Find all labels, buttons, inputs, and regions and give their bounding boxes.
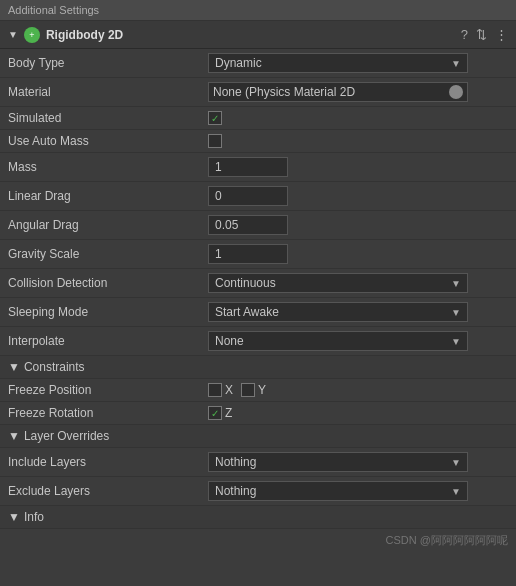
exclude-layers-value[interactable]: Nothing ▼ <box>200 477 516 506</box>
chevron-down-icon: ▼ <box>451 278 461 289</box>
additional-settings-bar: Additional Settings <box>0 0 516 21</box>
simulated-checkbox[interactable]: ✓ <box>208 111 222 125</box>
freeze-y-label: Y <box>258 383 266 397</box>
freeze-rotation-row: Freeze Rotation ✓ Z <box>0 402 516 425</box>
chevron-down-icon: ▼ <box>451 486 461 497</box>
include-layers-dropdown[interactable]: Nothing ▼ <box>208 452 468 472</box>
angular-drag-input[interactable] <box>208 215 288 235</box>
gravity-scale-label: Gravity Scale <box>0 240 200 269</box>
interpolate-row: Interpolate None ▼ <box>0 327 516 356</box>
freeze-position-controls: ✓ X ✓ Y <box>208 383 508 397</box>
chevron-down-icon: ▼ <box>451 58 461 69</box>
simulated-label: Simulated <box>0 107 200 130</box>
freeze-z-checkbox[interactable]: ✓ <box>208 406 222 420</box>
settings-icon[interactable]: ⇅ <box>476 27 487 42</box>
body-type-row: Body Type Dynamic ▼ <box>0 49 516 78</box>
chevron-down-icon: ▼ <box>451 307 461 318</box>
include-layers-label: Include Layers <box>0 448 200 477</box>
material-target-icon <box>449 85 463 99</box>
layer-overrides-section-row[interactable]: ▼ Layer Overrides <box>0 425 516 448</box>
linear-drag-input[interactable] <box>208 186 288 206</box>
help-icon[interactable]: ? <box>461 27 468 42</box>
interpolate-dropdown[interactable]: None ▼ <box>208 331 468 351</box>
mass-input[interactable] <box>208 157 288 177</box>
simulated-value[interactable]: ✓ <box>200 107 516 130</box>
mass-row: Mass <box>0 153 516 182</box>
collision-detection-dropdown[interactable]: Continuous ▼ <box>208 273 468 293</box>
layer-overrides-section-label: ▼ Layer Overrides <box>8 429 508 443</box>
freeze-position-label: Freeze Position <box>0 379 200 402</box>
freeze-position-value[interactable]: ✓ X ✓ Y <box>200 379 516 402</box>
angular-drag-row: Angular Drag <box>0 211 516 240</box>
linear-drag-label: Linear Drag <box>0 182 200 211</box>
properties-table: Body Type Dynamic ▼ Material None (Physi… <box>0 49 516 529</box>
freeze-z-item[interactable]: ✓ Z <box>208 406 232 420</box>
body-type-value[interactable]: Dynamic ▼ <box>200 49 516 78</box>
sleeping-mode-label: Sleeping Mode <box>0 298 200 327</box>
constraints-collapse-icon[interactable]: ▼ <box>8 360 20 374</box>
material-value[interactable]: None (Physics Material 2D <box>200 78 516 107</box>
sleeping-mode-row: Sleeping Mode Start Awake ▼ <box>0 298 516 327</box>
freeze-rotation-controls: ✓ Z <box>208 406 508 420</box>
info-section-row[interactable]: ▼ Info <box>0 506 516 529</box>
constraints-section-row[interactable]: ▼ Constraints <box>0 356 516 379</box>
collision-detection-row: Collision Detection Continuous ▼ <box>0 269 516 298</box>
include-layers-row: Include Layers Nothing ▼ <box>0 448 516 477</box>
freeze-x-checkbox[interactable]: ✓ <box>208 383 222 397</box>
freeze-x-label: X <box>225 383 233 397</box>
body-type-label: Body Type <box>0 49 200 78</box>
freeze-z-label: Z <box>225 406 232 420</box>
linear-drag-value[interactable] <box>200 182 516 211</box>
component-header: ▼ + Rigidbody 2D ? ⇅ ⋮ <box>0 21 516 49</box>
body-type-dropdown[interactable]: Dynamic ▼ <box>208 53 468 73</box>
collapse-arrow-icon[interactable]: ▼ <box>8 29 18 40</box>
freeze-x-item[interactable]: ✓ X <box>208 383 233 397</box>
menu-icon[interactable]: ⋮ <box>495 27 508 42</box>
material-field[interactable]: None (Physics Material 2D <box>208 82 468 102</box>
collision-detection-label: Collision Detection <box>0 269 200 298</box>
use-auto-mass-checkbox-container[interactable]: ✓ <box>208 134 508 148</box>
exclude-layers-row: Exclude Layers Nothing ▼ <box>0 477 516 506</box>
material-row: Material None (Physics Material 2D <box>0 78 516 107</box>
constraints-section-label: ▼ Constraints <box>8 360 508 374</box>
angular-drag-label: Angular Drag <box>0 211 200 240</box>
mass-value[interactable] <box>200 153 516 182</box>
use-auto-mass-label: Use Auto Mass <box>0 130 200 153</box>
simulated-row: Simulated ✓ <box>0 107 516 130</box>
gravity-scale-row: Gravity Scale <box>0 240 516 269</box>
include-layers-value[interactable]: Nothing ▼ <box>200 448 516 477</box>
collision-detection-value[interactable]: Continuous ▼ <box>200 269 516 298</box>
exclude-layers-dropdown[interactable]: Nothing ▼ <box>208 481 468 501</box>
interpolate-value[interactable]: None ▼ <box>200 327 516 356</box>
freeze-rotation-value[interactable]: ✓ Z <box>200 402 516 425</box>
linear-drag-row: Linear Drag <box>0 182 516 211</box>
layer-overrides-collapse-icon[interactable]: ▼ <box>8 429 20 443</box>
use-auto-mass-checkbox[interactable]: ✓ <box>208 134 222 148</box>
info-section-label: ▼ Info <box>8 510 508 524</box>
freeze-rotation-label: Freeze Rotation <box>0 402 200 425</box>
simulated-checkbox-container[interactable]: ✓ <box>208 111 508 125</box>
gravity-scale-input[interactable] <box>208 244 288 264</box>
chevron-down-icon: ▼ <box>451 457 461 468</box>
component-icon: + <box>24 27 40 43</box>
info-collapse-icon[interactable]: ▼ <box>8 510 20 524</box>
freeze-y-item[interactable]: ✓ Y <box>241 383 266 397</box>
component-title: Rigidbody 2D <box>46 28 455 42</box>
use-auto-mass-row: Use Auto Mass ✓ <box>0 130 516 153</box>
chevron-down-icon: ▼ <box>451 336 461 347</box>
sleeping-mode-dropdown[interactable]: Start Awake ▼ <box>208 302 468 322</box>
freeze-position-row: Freeze Position ✓ X ✓ Y <box>0 379 516 402</box>
use-auto-mass-value[interactable]: ✓ <box>200 130 516 153</box>
material-label: Material <box>0 78 200 107</box>
freeze-y-checkbox[interactable]: ✓ <box>241 383 255 397</box>
mass-label: Mass <box>0 153 200 182</box>
gravity-scale-value[interactable] <box>200 240 516 269</box>
watermark: CSDN @阿阿阿阿阿阿呢 <box>0 529 516 552</box>
interpolate-label: Interpolate <box>0 327 200 356</box>
angular-drag-value[interactable] <box>200 211 516 240</box>
sleeping-mode-value[interactable]: Start Awake ▼ <box>200 298 516 327</box>
exclude-layers-label: Exclude Layers <box>0 477 200 506</box>
